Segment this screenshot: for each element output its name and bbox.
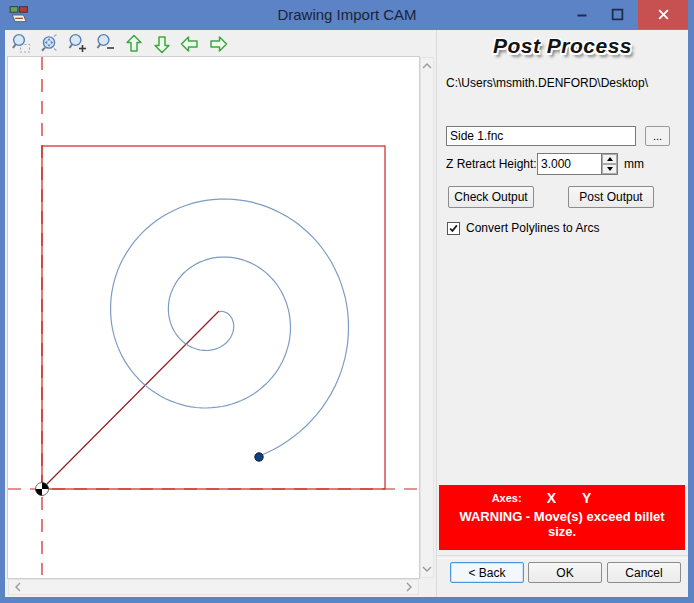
- check-output-button[interactable]: Check Output: [448, 186, 534, 208]
- spin-down-icon[interactable]: [602, 164, 617, 174]
- browse-button[interactable]: ...: [645, 126, 670, 146]
- filename-input[interactable]: [446, 126, 636, 146]
- pan-up-icon[interactable]: [121, 31, 147, 56]
- axes-label: Axes:: [492, 492, 522, 504]
- convert-polylines-checkbox[interactable]: [447, 222, 460, 235]
- canvas-horizontal-scrollbar[interactable]: [8, 579, 419, 595]
- origin-marker: [36, 483, 49, 496]
- pan-right-icon[interactable]: [205, 31, 231, 56]
- spin-up-icon[interactable]: [602, 154, 617, 164]
- pan-down-icon[interactable]: [149, 31, 175, 56]
- footer-divider: [437, 555, 688, 559]
- axis-x-indicator: X: [547, 490, 556, 506]
- z-retract-spinner: [601, 153, 618, 175]
- lead-in-line: [42, 311, 219, 489]
- pan-left-icon[interactable]: [177, 31, 203, 56]
- z-retract-label: Z Retract Height:: [446, 157, 537, 171]
- zoom-dynamic-icon[interactable]: [37, 31, 63, 56]
- convert-polylines-label: Convert Polylines to Arcs: [466, 221, 599, 235]
- warning-message: WARNING - Move(s) exceed billet size.: [439, 506, 685, 539]
- scroll-left-icon[interactable]: [12, 581, 24, 593]
- minimize-button[interactable]: [566, 0, 598, 29]
- z-retract-input[interactable]: [537, 153, 601, 175]
- toolpath-spiral: [111, 199, 349, 457]
- z-retract-unit: mm: [624, 157, 644, 171]
- zoom-window-icon[interactable]: [9, 31, 35, 56]
- ok-button[interactable]: OK: [528, 562, 602, 583]
- warning-axes-row: Axes:XY: [425, 490, 671, 506]
- post-output-button[interactable]: Post Output: [568, 186, 654, 208]
- panel-title: Post Process: [437, 34, 688, 58]
- convert-polylines-row: Convert Polylines to Arcs: [447, 221, 599, 235]
- zoom-out-icon[interactable]: [93, 31, 119, 56]
- titlebar[interactable]: Drawing Import CAM: [0, 0, 694, 30]
- drawing-canvas[interactable]: [8, 57, 419, 578]
- zoom-in-icon[interactable]: [65, 31, 91, 56]
- drawing-import-cam-dialog: Drawing Import CAM: [0, 0, 694, 603]
- canvas-client-area: [5, 30, 436, 597]
- back-button[interactable]: < Back: [450, 562, 524, 583]
- view-toolbar: [5, 30, 436, 57]
- maximize-button[interactable]: [600, 0, 634, 29]
- close-button[interactable]: [638, 0, 688, 29]
- axis-y-indicator: Y: [582, 490, 591, 506]
- scroll-up-icon[interactable]: [421, 60, 433, 72]
- warning-banner: Axes:XY WARNING - Move(s) exceed billet …: [439, 485, 685, 550]
- toolpath-endpoint: [255, 453, 263, 461]
- scroll-down-icon[interactable]: [421, 563, 433, 575]
- post-process-panel: Post Process C:\Users\msmith.DENFORD\Des…: [436, 30, 688, 597]
- cancel-button[interactable]: Cancel: [607, 562, 681, 583]
- output-path: C:\Users\msmith.DENFORD\Desktop\: [446, 76, 648, 90]
- scroll-right-icon[interactable]: [403, 581, 415, 593]
